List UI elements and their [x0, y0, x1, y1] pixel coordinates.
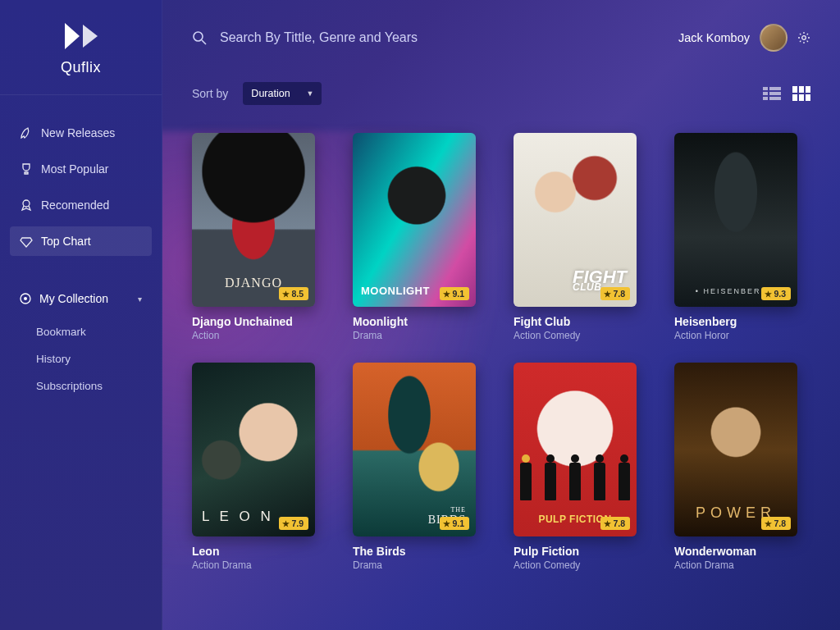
rating-badge: 9.1 [440, 287, 469, 300]
poster-figures [514, 463, 637, 500]
svg-rect-14 [792, 86, 797, 93]
rating-badge: 7.8 [600, 287, 630, 300]
search-input[interactable] [220, 30, 564, 45]
gear-icon[interactable] [797, 31, 810, 44]
nav-label: Most Popular [41, 162, 108, 176]
movie-title: Pulp Fiction [514, 545, 637, 558]
nav-new-releases[interactable]: New Releases [10, 118, 152, 148]
movie-poster: • HEISENBERG • 9.3 [674, 133, 797, 307]
svg-point-2 [23, 200, 30, 207]
avatar[interactable] [760, 24, 788, 52]
nav-top-chart[interactable]: Top Chart [10, 226, 152, 256]
rocket-icon [20, 126, 33, 139]
rating-badge: 7.8 [761, 517, 791, 530]
list-view-icon[interactable] [763, 86, 781, 101]
svg-point-4 [24, 297, 27, 300]
sort-label: Sort by [192, 87, 228, 100]
movie-genre: Drama [353, 559, 476, 571]
logo[interactable]: Quflix [0, 0, 162, 95]
medal-icon [20, 199, 33, 212]
svg-rect-11 [769, 92, 781, 95]
svg-point-7 [802, 36, 806, 40]
movie-poster: THEBIRDS 9.1 [353, 363, 476, 536]
view-toggle [763, 86, 810, 101]
movie-poster: DJANGO 8.5 [192, 133, 315, 307]
movie-poster: FIGHTCLUB 7.8 [514, 133, 637, 307]
movie-card[interactable]: THEBIRDS 9.1 The Birds Drama [353, 363, 476, 571]
topbar: Jack Komboy [192, 0, 810, 75]
movie-title: Leon [192, 545, 315, 558]
svg-line-6 [202, 40, 206, 44]
primary-nav: New Releases Most Popular Recomended Top… [0, 118, 162, 262]
nav-most-popular[interactable]: Most Popular [10, 154, 152, 184]
poster-art-text: MOONLIGHT [361, 285, 430, 297]
user-name: Jack Komboy [678, 31, 750, 44]
movie-title: Moonlight [353, 315, 476, 328]
grid-view-icon[interactable] [792, 86, 810, 101]
rating-badge: 9.3 [761, 287, 791, 300]
nav-recommended[interactable]: Recomended [10, 190, 152, 220]
chevron-down-icon: ▾ [138, 294, 142, 304]
movie-card[interactable]: PULP FICTION 7.8 Pulp Fiction Action Com… [514, 363, 637, 571]
movie-card[interactable]: FIGHTCLUB 7.8 Fight Club Action Comedy [514, 133, 637, 341]
movie-poster: POWER 7.8 [674, 363, 797, 536]
sub-bookmark[interactable]: Bookmark [0, 318, 162, 345]
nav-label: Top Chart [41, 235, 91, 248]
movie-poster: L E O N 7.9 [192, 363, 315, 536]
play-logo-icon [65, 23, 98, 49]
chevron-down-icon: ▼ [306, 89, 313, 98]
sort-select[interactable]: Duration ▼ [243, 82, 322, 105]
svg-point-5 [194, 32, 203, 41]
sort-value: Duration [251, 88, 290, 99]
svg-rect-19 [806, 94, 810, 101]
my-collection-toggle[interactable]: My Collection ▾ [10, 284, 152, 313]
movie-title: Heisenberg [674, 315, 797, 328]
user-area: Jack Komboy [678, 24, 810, 52]
svg-rect-18 [799, 94, 804, 101]
svg-rect-12 [763, 97, 768, 100]
search-icon [192, 30, 207, 45]
movie-genre: Action Drama [674, 559, 797, 571]
sort-bar: Sort by Duration ▼ [192, 82, 810, 105]
svg-marker-0 [65, 23, 80, 49]
diamond-icon [20, 235, 33, 248]
movie-card[interactable]: DJANGO 8.5 Django Unchained Action [192, 133, 315, 341]
movie-genre: Action Comedy [514, 330, 637, 341]
movie-genre: Action Comedy [514, 559, 637, 571]
movie-genre: Drama [353, 330, 476, 341]
svg-rect-8 [763, 87, 768, 90]
movie-title: Django Unchained [192, 315, 315, 328]
svg-rect-9 [769, 87, 781, 90]
app-name: Quflix [61, 59, 101, 76]
svg-rect-13 [769, 97, 781, 100]
rating-badge: 8.5 [279, 287, 308, 300]
rating-badge: 7.8 [600, 517, 630, 530]
movie-card[interactable]: L E O N 7.9 Leon Action Drama [192, 363, 315, 571]
rating-badge: 9.1 [440, 517, 469, 530]
main-content: Jack Komboy Sort by Duration ▼ DJANGO 8.… [162, 0, 840, 630]
sidebar: Quflix New Releases Most Popular Recomen… [0, 0, 162, 630]
svg-rect-10 [763, 92, 768, 95]
collection-label: My Collection [39, 292, 108, 305]
movie-card[interactable]: • HEISENBERG • 9.3 Heisenberg Action Hor… [674, 133, 797, 341]
movie-genre: Action [192, 330, 315, 341]
trophy-icon [20, 162, 33, 176]
movie-poster: PULP FICTION 7.8 [514, 363, 637, 536]
poster-art-text: L E O N [202, 509, 274, 525]
sub-history[interactable]: History [0, 345, 162, 372]
movie-genre: Action Horor [674, 330, 797, 341]
movie-grid: DJANGO 8.5 Django Unchained Action MOONL… [192, 133, 810, 571]
movie-title: Fight Club [514, 315, 637, 328]
nav-label: New Releases [41, 126, 115, 139]
sub-subscriptions[interactable]: Subscriptions [0, 372, 162, 399]
movie-title: Wonderwoman [674, 545, 797, 558]
movie-poster: MOONLIGHT 9.1 [353, 133, 476, 307]
nav-label: Recomended [41, 199, 109, 212]
search[interactable] [192, 30, 678, 45]
movie-card[interactable]: POWER 7.8 Wonderwoman Action Drama [674, 363, 797, 571]
movie-title: The Birds [353, 545, 476, 558]
rating-badge: 7.9 [279, 517, 308, 530]
movie-card[interactable]: MOONLIGHT 9.1 Moonlight Drama [353, 133, 476, 341]
svg-marker-1 [83, 25, 98, 48]
poster-art-text: DJANGO [225, 276, 282, 290]
